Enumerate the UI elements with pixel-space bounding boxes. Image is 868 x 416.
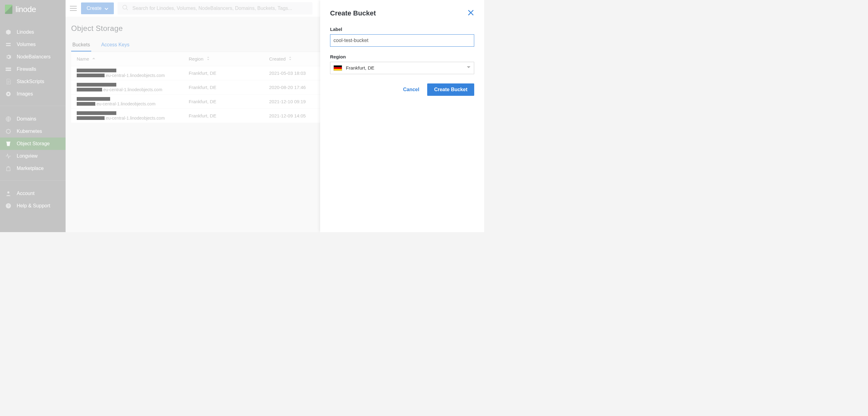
sort-asc-icon (92, 56, 96, 62)
svg-text:?: ? (7, 204, 9, 208)
cell-created: 2021-12-09 14:05 (269, 113, 325, 118)
cog-icon (5, 54, 12, 60)
bucket-host-suffix: .eu-central-1.linodeobjects.com (104, 115, 165, 120)
sidebar-item-label: Longview (17, 153, 38, 159)
redacted-bucket-name (77, 83, 116, 86)
chevron-down-icon (466, 65, 471, 71)
linode-logo-icon (5, 5, 12, 14)
sidebar-item-nodebalancers[interactable]: NodeBalancers (0, 51, 66, 63)
help-icon: ? (5, 202, 12, 209)
sidebar: linode LinodesVolumesNodeBalancersFirewa… (0, 0, 66, 232)
menu-toggle-icon[interactable] (69, 4, 78, 12)
bucket-icon (5, 140, 12, 147)
disc-icon (5, 91, 12, 97)
user-icon (5, 190, 12, 197)
sidebar-item-label: StackScripts (17, 79, 44, 84)
create-bucket-submit-button[interactable]: Create Bucket (427, 83, 474, 96)
sidebar-item-volumes[interactable]: Volumes (0, 38, 66, 51)
col-name[interactable]: Name (71, 56, 189, 62)
sidebar-item-stackscripts[interactable]: StackScripts (0, 75, 66, 88)
flag-de-icon (334, 65, 342, 71)
pulse-icon (5, 153, 12, 160)
cell-name: .eu-central-1.linodeobjects.com (77, 111, 189, 120)
drawer-title: Create Bucket (330, 9, 376, 17)
bag-icon (5, 165, 12, 172)
sidebar-item-object-storage[interactable]: Object Storage (0, 138, 66, 150)
sidebar-item-label: Object Storage (17, 141, 50, 146)
sidebar-item-label: Marketplace (17, 166, 43, 171)
search-input[interactable] (132, 6, 308, 11)
redacted-bucket-name (77, 69, 116, 72)
sidebar-item-linodes[interactable]: Linodes (0, 26, 66, 38)
sidebar-item-label: Help & Support (17, 203, 51, 209)
helm-icon (5, 128, 12, 135)
col-created[interactable]: Created (269, 56, 319, 62)
chevron-down-icon (104, 6, 108, 10)
drive-icon (5, 41, 12, 48)
create-bucket-drawer: Create Bucket Label Region Frankfurt, DE… (320, 0, 484, 232)
cancel-button[interactable]: Cancel (403, 87, 419, 93)
sidebar-item-label: Firewalls (17, 66, 36, 72)
bucket-host-suffix: .eu-central-1.linodeobjects.com (95, 101, 156, 106)
sidebar-item-label: Domains (17, 116, 36, 122)
bucket-host-suffix: .eu-central-1.linodeobjects.com (104, 73, 165, 78)
brand-name: linode (16, 5, 36, 14)
bucket-host-suffix: .eu-central-1.linodeobjects.com (102, 87, 162, 92)
redacted-host-prefix (77, 102, 95, 106)
sidebar-item-label: Account (17, 191, 35, 196)
cell-created: 2021-12-10 09:19 (269, 99, 325, 104)
sidebar-item-label: Volumes (17, 42, 36, 47)
svg-point-4 (7, 191, 9, 194)
sidebar-item-images[interactable]: Images (0, 88, 66, 100)
sort-icon (288, 56, 292, 62)
redacted-bucket-name (77, 111, 116, 115)
tab-access-keys[interactable]: Access Keys (100, 39, 131, 51)
nav-group-compute: LinodesVolumesNodeBalancersFirewallsStac… (0, 19, 66, 100)
sidebar-item-kubernetes[interactable]: Kubernetes (0, 125, 66, 138)
region-select[interactable]: Frankfurt, DE (330, 62, 474, 74)
cell-region: Frankfurt, DE (189, 99, 269, 104)
sort-icon (206, 56, 210, 62)
cell-region: Frankfurt, DE (189, 85, 269, 90)
sidebar-item-label: Linodes (17, 29, 34, 35)
col-region[interactable]: Region (189, 56, 269, 62)
sidebar-item-account[interactable]: Account (0, 187, 66, 200)
nav-group-account: Account?Help & Support (0, 180, 66, 212)
sidebar-item-firewalls[interactable]: Firewalls (0, 63, 66, 75)
tab-buckets[interactable]: Buckets (71, 39, 91, 51)
nav-group-services: DomainsKubernetesObject StorageLongviewM… (0, 106, 66, 175)
label-field-label: Label (330, 27, 474, 32)
cell-region: Frankfurt, DE (189, 113, 269, 118)
search-bar[interactable] (118, 2, 312, 14)
sidebar-item-marketplace[interactable]: Marketplace (0, 162, 66, 175)
redacted-host-prefix (77, 116, 104, 120)
sidebar-item-domains[interactable]: Domains (0, 113, 66, 125)
sidebar-item-longview[interactable]: Longview (0, 150, 66, 162)
create-button-label: Create (87, 6, 101, 11)
cell-name: .eu-central-1.linodeobjects.com (77, 69, 189, 78)
region-selected-value: Frankfurt, DE (346, 65, 463, 71)
cell-name: .eu-central-1.linodeobjects.com (77, 83, 189, 92)
sidebar-item-help-support[interactable]: ?Help & Support (0, 200, 66, 212)
close-icon[interactable] (467, 9, 474, 17)
cell-name: .eu-central-1.linodeobjects.com (77, 97, 189, 106)
wall-icon (5, 66, 12, 73)
cell-created: 2020-08-20 17:46 (269, 85, 325, 90)
bucket-label-input[interactable] (330, 34, 474, 47)
brand-logo[interactable]: linode (0, 0, 66, 19)
redacted-host-prefix (77, 88, 102, 92)
cube-icon (5, 29, 12, 36)
search-icon (122, 4, 129, 12)
svg-point-1 (8, 93, 9, 95)
sidebar-item-label: Images (17, 91, 33, 97)
sidebar-item-label: Kubernetes (17, 129, 42, 134)
region-field-label: Region (330, 54, 474, 59)
script-icon (5, 78, 12, 85)
cell-region: Frankfurt, DE (189, 70, 269, 76)
redacted-host-prefix (77, 74, 104, 77)
create-button[interactable]: Create (81, 2, 114, 14)
globe-icon (5, 115, 12, 123)
cell-created: 2021-05-03 18:03 (269, 70, 325, 76)
sidebar-item-label: NodeBalancers (17, 54, 51, 60)
redacted-bucket-name (77, 97, 110, 101)
